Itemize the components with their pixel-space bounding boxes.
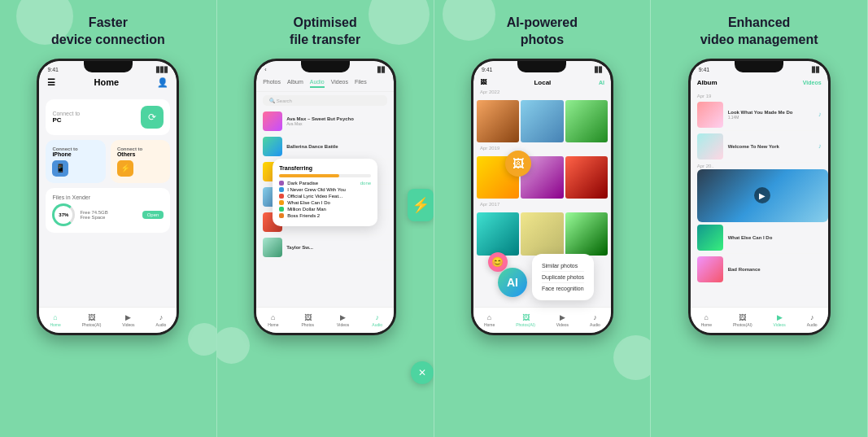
nav-home[interactable]: ⌂ Home — [50, 313, 60, 327]
nav-videos-label: Videos — [122, 322, 134, 327]
video-item-1: Look What You Made Me Do 1.14M ♪ — [694, 99, 825, 131]
tab-photos[interactable]: Photos — [263, 77, 281, 88]
ai-circle-badge: AI — [498, 268, 527, 297]
photo-9 — [565, 212, 608, 255]
nav-photos[interactable]: 🖼 Photos(AI) — [82, 313, 102, 327]
photos-icon-4: 🖼 — [739, 313, 746, 321]
panel-4-title: Enhanced video management — [700, 15, 818, 49]
file-item-6: Taylor Sw... — [256, 235, 394, 260]
bottom-nav-4: ⌂ Home 🖼 Photos(AI) ▶ Videos ♪ Audio — [691, 307, 828, 333]
photo-grid-3 — [473, 209, 611, 258]
photo-grid-1 — [473, 97, 611, 146]
video-list: Apr 19 Look What You Made Me Do 1.14M ♪ … — [691, 90, 828, 289]
signal-3: ▊▊ — [595, 67, 603, 73]
nav-home-3[interactable]: ⌂ Home — [484, 313, 495, 327]
phone-3-wrapper: 9:41 ▊▊ 🖼 Local AI Apr 2022 Apr 2019 — [441, 59, 644, 429]
video-info-2: Welcome To New York — [728, 144, 813, 149]
home-header: ☰ Home 👤 — [39, 77, 177, 93]
nav-audio-3[interactable]: ♪ Audio — [590, 313, 600, 327]
photo-ai-badge: 🖼 — [505, 151, 531, 177]
ai-menu-similar[interactable]: Similar photos — [542, 260, 584, 272]
video-thumb-4 — [697, 256, 723, 282]
phone-1-notch — [84, 61, 133, 72]
nav-videos-4[interactable]: ▶ Videos — [774, 313, 786, 327]
nav-videos-3[interactable]: ▶ Videos — [556, 313, 569, 327]
home-icon: ⌂ — [53, 313, 57, 321]
video-item-2: Welcome To New York ♪ — [694, 131, 825, 163]
tab-videos[interactable]: Videos — [331, 77, 348, 88]
nav-videos[interactable]: ▶ Videos — [122, 313, 134, 327]
nav-audio[interactable]: ♪ Audio — [156, 313, 167, 327]
tab-album[interactable]: Album — [287, 77, 303, 88]
video-item-4: Bad Romance — [694, 254, 825, 286]
audio-icon: ♪ — [159, 313, 164, 321]
files-label: Files in Xender — [52, 194, 164, 200]
bottom-nav-3: ⌂ Home 🖼 Photos(AI) ▶ Videos ♪ Audio — [473, 307, 611, 333]
photos-icon: 🖼 — [88, 313, 95, 321]
video-item-3: What Else Can I Do — [694, 222, 825, 254]
transfer-item-4: What Else Can I Do — [279, 200, 371, 205]
tiktok-icon-2: ♪ — [818, 142, 822, 150]
transfer-file-3: Official Lyric Video Feat... — [287, 194, 342, 199]
nav-videos-label-4: Videos — [774, 322, 786, 327]
nav-audio-2[interactable]: ♪ Audio — [372, 313, 382, 327]
nav-photos-label-4: Photos(AI) — [733, 322, 752, 327]
transfer-file-6: Boss Friends 2 — [287, 213, 320, 218]
connect-pc-card: Connect to PC ⟳ — [46, 99, 170, 135]
search-bar[interactable]: 🔍 Search — [263, 95, 387, 106]
album-label: Album — [697, 79, 718, 86]
nav-home-4[interactable]: ⌂ Home — [701, 313, 712, 327]
transfer-file-5: Million Dollar Man — [287, 207, 326, 212]
time-1: 9:41 — [47, 67, 59, 72]
file-name-2: Ballerina Dance Battle — [286, 144, 387, 149]
hamburger-icon: ☰ — [47, 77, 55, 88]
connect-row: Connect to iPhone 📱 Connect to Others ⚡ — [46, 140, 170, 183]
video-big-thumb: ▶ — [697, 169, 828, 222]
nav-home-2[interactable]: ⌂ Home — [268, 313, 278, 327]
tab-files[interactable]: Files — [355, 77, 367, 88]
nav-photos-2[interactable]: 🖼 Photos — [301, 313, 314, 327]
phone-1-screen: 9:41 ▊▊▊ ☰ Home 👤 Connect to PC ⟳ — [39, 61, 177, 333]
file-info-2: Ballerina Dance Battle — [286, 144, 387, 149]
ai-menu-face[interactable]: Face recognition — [542, 283, 584, 294]
tiktok-icon: ♪ — [818, 111, 822, 118]
date-label-3: Apr 2017 — [473, 202, 611, 209]
nav-photos-3[interactable]: 🖼 Photos(AI) — [516, 313, 535, 327]
photo-2 — [521, 100, 563, 142]
transfer-item-2: I Never Grew Old With You — [279, 187, 371, 192]
transfer-dot-2 — [279, 187, 284, 192]
thumb-6 — [263, 238, 282, 257]
storage-info: Free 74.5GB Free Space — [80, 210, 137, 220]
panel-1-title: Faster device connection — [51, 15, 165, 49]
photo-6 — [565, 156, 608, 199]
transfer-file-2: I Never Grew Old With You — [287, 187, 346, 192]
nav-audio-label-4: Audio — [807, 322, 818, 327]
nav-home-label-3: Home — [484, 322, 495, 327]
nav-home-label-2: Home — [268, 322, 278, 327]
nav-videos-label-2: Videos — [337, 322, 349, 327]
signal-icons-1: ▊▊▊ — [156, 67, 168, 73]
tab-audio[interactable]: Audio — [310, 77, 325, 88]
video-date-2: Apr 20.. — [694, 163, 825, 169]
video-info-1: Look What You Made Me Do 1.14M — [728, 110, 813, 120]
ai-menu-duplicate[interactable]: Duplicate photos — [542, 272, 584, 283]
panel-file-transfer: Optimised file transfer ‹ 9:41 ▊▊ Photos… — [217, 0, 434, 437]
video-date-1: Apr 19 — [694, 93, 825, 99]
phone-2-notch — [301, 61, 350, 72]
nav-videos-2[interactable]: ▶ Videos — [337, 313, 349, 327]
nav-home-label-4: Home — [701, 322, 712, 327]
ai-header: 🖼 Local AI — [473, 77, 611, 90]
connect-iphone-card: Connect to iPhone 📱 — [46, 140, 106, 183]
file-info-1: Ava Max – Sweet But Psycho Ava Max — [286, 116, 387, 126]
nav-audio-4[interactable]: ♪ Audio — [807, 313, 818, 327]
photo-7 — [477, 212, 519, 255]
video-meta-1: 1.14M — [728, 115, 813, 120]
phone-2-wrapper: ‹ 9:41 ▊▊ Photos Album Audio Videos File… — [224, 59, 427, 429]
phone-1-wrapper: 9:41 ▊▊▊ ☰ Home 👤 Connect to PC ⟳ — [7, 59, 210, 429]
date-label-1: Apr 2022 — [473, 90, 611, 97]
nav-photos-4[interactable]: 🖼 Photos(AI) — [733, 313, 752, 327]
others-icon: ⚡ — [117, 160, 133, 177]
video-icon: ▶ — [125, 313, 131, 321]
open-button[interactable]: Open — [142, 211, 164, 219]
bottom-nav-1: ⌂ Home 🖼 Photos(AI) ▶ Videos ♪ Audio — [39, 307, 177, 333]
